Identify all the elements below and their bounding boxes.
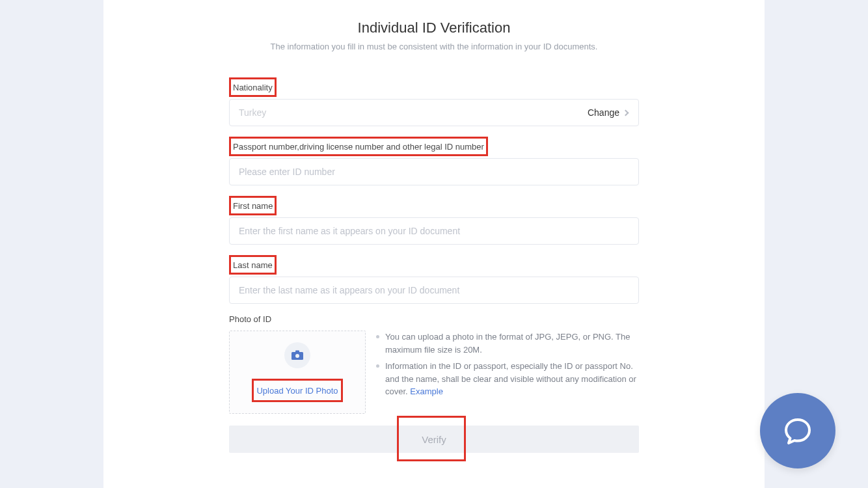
photo-label: Photo of ID xyxy=(229,314,639,324)
photo-section: Photo of ID Upload Your ID Photo xyxy=(229,314,639,414)
highlight-id-number: Passport number,driving license number a… xyxy=(229,137,488,156)
id-number-field-wrapper xyxy=(229,158,639,185)
upload-label: Upload Your ID Photo xyxy=(256,386,338,396)
upload-info-2: Information in the ID or passport, espec… xyxy=(376,360,639,398)
page-subtitle: The information you fill in must be cons… xyxy=(103,42,765,51)
verify-button[interactable]: Verify xyxy=(229,426,639,453)
first-name-input[interactable] xyxy=(239,226,629,236)
change-nationality-button[interactable]: Change xyxy=(588,107,629,118)
camera-circle xyxy=(284,342,310,368)
id-number-label: Passport number,driving license number a… xyxy=(233,142,484,152)
photo-row: Upload Your ID Photo You can upload a ph… xyxy=(229,331,639,414)
nationality-value: Turkey xyxy=(239,107,266,118)
camera-icon xyxy=(291,350,304,360)
chat-icon xyxy=(781,414,814,447)
first-name-label: First name xyxy=(233,201,273,211)
verification-card: Individual ID Verification The informati… xyxy=(103,0,765,488)
verify-row: Verify xyxy=(229,426,639,453)
chevron-right-icon xyxy=(623,109,629,116)
nationality-field[interactable]: Turkey Change xyxy=(229,99,639,126)
upload-id-photo-box[interactable]: Upload Your ID Photo xyxy=(229,331,366,414)
form-area: Nationality Turkey Change Passport numbe… xyxy=(229,77,639,453)
last-name-label: Last name xyxy=(233,260,273,270)
svg-point-1 xyxy=(295,354,299,358)
highlight-first-name: First name xyxy=(229,196,277,215)
upload-info-1: You can upload a photo in the format of … xyxy=(376,331,639,356)
svg-rect-2 xyxy=(295,351,299,353)
change-label: Change xyxy=(588,107,619,118)
example-link[interactable]: Example xyxy=(410,386,443,396)
nationality-label: Nationality xyxy=(233,83,273,92)
highlight-upload-text: Upload Your ID Photo xyxy=(252,379,342,402)
last-name-input[interactable] xyxy=(239,285,629,295)
highlight-nationality: Nationality xyxy=(229,77,277,97)
chat-fab[interactable] xyxy=(760,393,835,468)
last-name-field-wrapper xyxy=(229,277,639,304)
highlight-last-name: Last name xyxy=(229,255,277,275)
first-name-field-wrapper xyxy=(229,217,639,245)
id-number-input[interactable] xyxy=(239,167,629,177)
page-title: Individual ID Verification xyxy=(103,20,765,36)
upload-info: You can upload a photo in the format of … xyxy=(376,331,639,402)
